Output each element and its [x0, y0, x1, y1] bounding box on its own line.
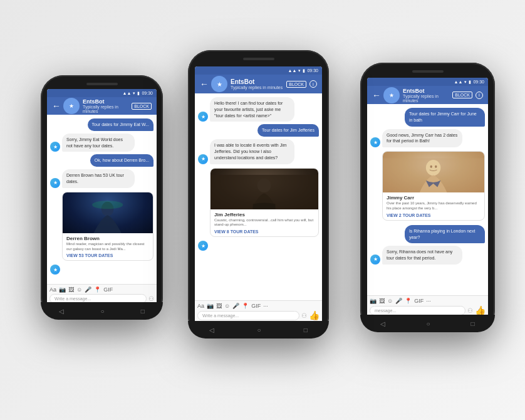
- header-left: ← ★ EntsBot Typically replies in minutes…: [47, 97, 157, 115]
- nav-bar-center: ◁ ○ □: [188, 321, 329, 339]
- location-icon-right: 📍: [405, 298, 412, 304]
- signal-icon-center: ▲▲: [288, 68, 297, 73]
- time-center: 09:30: [307, 68, 318, 73]
- card-name-center: Jim Jefferies: [214, 212, 314, 218]
- card-name-right: Jimmy Carr: [387, 195, 481, 201]
- msg-received-c2: I was able to locate 8 events with Jim J…: [210, 139, 294, 164]
- message-input-right[interactable]: message...: [370, 306, 465, 315]
- bot-name-right: EntsBot: [403, 88, 452, 94]
- msg-received-1: Sorry, Jimmy Eat World does not have any…: [62, 134, 135, 152]
- square-nav-left[interactable]: □: [141, 308, 145, 315]
- screen-left: ▲▲ ▾ ▮ 09:30 ← ★ EntsBot Typically repli…: [47, 89, 157, 305]
- status-bar-right: ▲▲ ▾ ▮ 09:30: [367, 78, 488, 86]
- block-button-center[interactable]: BLOCK: [286, 81, 306, 88]
- back-button-center[interactable]: ←: [200, 79, 209, 89]
- image-icon-left: 🖼: [68, 286, 74, 293]
- chat-center: ★ Hello there! I can find tour dates for…: [195, 93, 322, 300]
- input-icons-right: 📷 🖼 ☺ 🎤 📍 GIF ···: [370, 298, 486, 304]
- info-icon-right[interactable]: i: [476, 92, 483, 99]
- msg-received-c1: Hello there! I can find tour dates for y…: [210, 97, 294, 122]
- msg-row-4: ★ Derren Brown has 53 UK tour dates.: [50, 169, 153, 188]
- more-icon-center: ···: [263, 303, 268, 309]
- phone-right: ▲▲ ▾ ▮ 09:30 ← ★ EntsBot Typically repli…: [360, 63, 495, 332]
- card-body-right: Jimmy Carr Over the past 10 years, Jimmy…: [383, 192, 484, 220]
- card-desc-right: Over the past 10 years, Jimmy has deserv…: [387, 201, 481, 211]
- header-info-center: EntsBot Typically replies in minutes: [231, 78, 286, 90]
- block-button-left[interactable]: BLOCK: [132, 103, 152, 110]
- message-input-center[interactable]: Write a message...: [197, 311, 299, 320]
- input-bar-right: message... ⚇ 👍: [370, 305, 486, 315]
- location-icon-center: 📍: [242, 303, 249, 309]
- card-right: Jimmy Carr Over the past 10 years, Jimmy…: [382, 151, 485, 221]
- more-icon-right: ···: [426, 298, 431, 304]
- avatar-right: ★: [383, 87, 400, 103]
- back-nav-right[interactable]: ◁: [380, 320, 385, 327]
- camera-icon-center: 📷: [207, 303, 214, 309]
- svg-point-3: [257, 178, 271, 192]
- msg-received-r1: Good news, Jimmy Carr has 2 dates for th…: [382, 129, 462, 148]
- wifi-icon-center: ▾: [298, 68, 301, 73]
- square-nav-center[interactable]: □: [304, 327, 308, 333]
- home-nav-left[interactable]: ○: [100, 308, 104, 315]
- msg-sent-r1: Tour dates for Jimmy Carr for June in ba…: [405, 108, 485, 127]
- msg-sent-r2: Is Rihanna playing in London next year?: [405, 225, 485, 244]
- card-link-right[interactable]: VIEW 2 TOUR DATES: [387, 213, 481, 218]
- input-placeholder-center: Write a message...: [202, 313, 239, 318]
- emoji-icon-center: ☺: [224, 303, 230, 309]
- gif-icon-center: GIF: [251, 303, 261, 309]
- msg-row-r3: Is Rihanna playing in London next year?: [370, 225, 485, 244]
- msg-row-3: Ok, how about Derren Bro...: [50, 154, 153, 167]
- input-placeholder-left: Write a message...: [55, 297, 91, 301]
- bot-avatar-2: ★: [50, 178, 60, 188]
- screen-center: ▲▲ ▾ ▮ 09:30 ← ★ EntsBot Typically repli…: [195, 66, 322, 322]
- bot-status-left: Typically replies in minutes: [83, 105, 132, 113]
- input-area-center: Aa 📷 🖼 ☺ 🎤 📍 GIF ··· Write a message...: [195, 300, 322, 322]
- header-actions-left: BLOCK: [132, 103, 152, 110]
- mic-icon-left: 🎤: [85, 286, 91, 293]
- scene: ▲▲ ▾ ▮ 09:30 ← ★ EntsBot Typically repli…: [0, 0, 525, 420]
- like-icon-right[interactable]: 👍: [475, 305, 486, 315]
- gif-icon-right: GIF: [414, 298, 424, 304]
- signal-icon-left: ▲▲: [123, 91, 132, 95]
- mic-icon-right: 🎤: [395, 298, 402, 304]
- header-info-right: EntsBot Typically replies in minutes: [403, 88, 452, 103]
- info-icon-center[interactable]: i: [309, 80, 317, 88]
- back-nav-left[interactable]: ◁: [59, 308, 64, 315]
- home-nav-right[interactable]: ○: [426, 320, 430, 327]
- input-bar-center: Write a message... ⚇ 👍: [197, 310, 320, 320]
- avatar-center: ★: [211, 76, 227, 92]
- like-icon-center[interactable]: 👍: [309, 310, 320, 320]
- bot-avatar-r2: ★: [370, 255, 380, 265]
- msg-row-r4: ★ Sorry, Rihanna does not have any tour …: [370, 246, 485, 265]
- bot-avatar-card-left: ★: [50, 265, 60, 275]
- msg-row-1: Tour dates for Jimmy Eat W...: [50, 118, 153, 131]
- card-desc-center: Caustic, charming, controversial...call …: [214, 218, 314, 228]
- back-nav-center[interactable]: ◁: [209, 327, 214, 333]
- image-icon-right: 🖼: [379, 298, 385, 304]
- header-actions-center: BLOCK i: [286, 80, 317, 88]
- camera-icon-right: 📷: [370, 298, 377, 304]
- home-nav-center[interactable]: ○: [257, 327, 261, 333]
- msg-row-c3: ★ I was able to locate 8 events with Jim…: [198, 139, 319, 164]
- speaker-right: [412, 70, 444, 73]
- aa-icon-left: Aa: [49, 286, 56, 293]
- chat-right: Tour dates for Jimmy Carr for June in ba…: [367, 104, 488, 295]
- header-info-left: EntsBot Typically replies in minutes: [83, 98, 132, 113]
- card-name-left: Derren Brown: [66, 236, 149, 241]
- square-nav-right[interactable]: □: [470, 320, 474, 327]
- input-area-right: 📷 🖼 ☺ 🎤 📍 GIF ··· message... ⚇ 👍: [367, 295, 488, 317]
- back-button-right[interactable]: ←: [372, 90, 381, 100]
- card-link-center[interactable]: VIEW 8 TOUR DATES: [214, 229, 314, 234]
- svg-point-7: [435, 165, 437, 168]
- back-button-left[interactable]: ←: [52, 101, 61, 111]
- card-body-center: Jim Jefferies Caustic, charming, controv…: [211, 209, 318, 237]
- card-link-left[interactable]: VIEW 53 TOUR DATES: [66, 253, 149, 258]
- block-button-right[interactable]: BLOCK: [452, 92, 472, 98]
- phone-center: ▲▲ ▾ ▮ 09:30 ← ★ EntsBot Typically repli…: [188, 50, 329, 339]
- wifi-icon-right: ▾: [464, 80, 467, 85]
- card-image-derren: [63, 192, 153, 233]
- battery-icon-center: ▮: [303, 68, 305, 73]
- contacts-icon-left: ⚇: [148, 295, 154, 302]
- bot-row-center: ★: [198, 241, 319, 251]
- gif-icon-left: GIF: [103, 286, 113, 293]
